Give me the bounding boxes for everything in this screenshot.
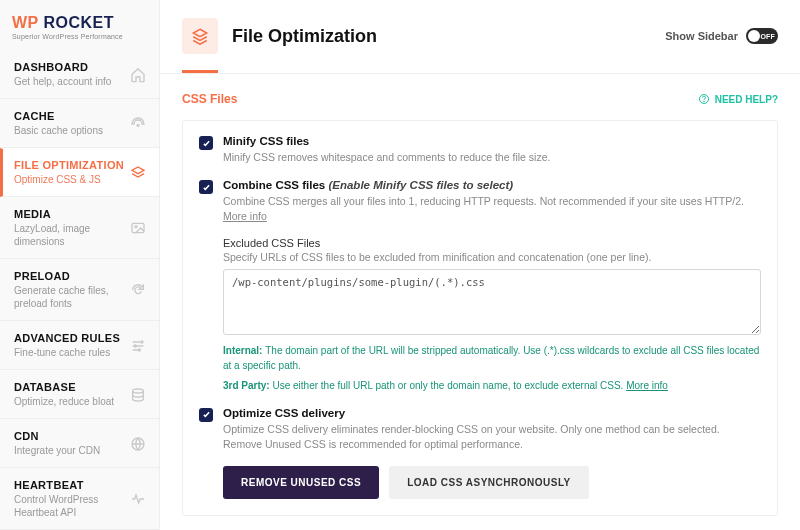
page-header: File Optimization Show Sidebar OFF (160, 0, 800, 54)
home-icon (129, 66, 147, 84)
option-label: Minify CSS files (223, 135, 761, 147)
nav-title: MEDIA (14, 208, 129, 220)
checkbox-combine-css[interactable] (199, 180, 213, 194)
option-desc: Combine CSS merges all your files into 1… (223, 194, 761, 224)
sidebar-item-file-optimization[interactable]: FILE OPTIMIZATION Optimize CSS & JS (0, 148, 159, 197)
sidebar-item-cache[interactable]: CACHE Basic cache options (0, 99, 159, 148)
combine-hint: (Enable Minify CSS files to select) (328, 179, 513, 191)
excluded-css-label: Excluded CSS Files (223, 237, 761, 249)
sidebar-item-preload[interactable]: PRELOAD Generate cache files, preload fo… (0, 259, 159, 321)
svg-point-5 (138, 349, 140, 351)
layers-icon (182, 18, 218, 54)
logo-tagline: Superior WordPress Performance (12, 33, 123, 40)
option-label: Combine CSS files (Enable Minify CSS fil… (223, 179, 761, 191)
sidebar-item-advanced-rules[interactable]: ADVANCED RULES Fine-tune cache rules (0, 321, 159, 370)
option-desc: Minify CSS removes whitespace and commen… (223, 150, 761, 165)
nav-title: CDN (14, 430, 129, 442)
need-help-link[interactable]: NEED HELP? (698, 93, 778, 105)
logo-rocket: ROCKET (38, 14, 114, 31)
sidebar: WP ROCKET Superior WordPress Performance… (0, 0, 160, 530)
svg-point-6 (133, 389, 144, 393)
need-help-label: NEED HELP? (715, 94, 778, 105)
nav-sub: Optimize CSS & JS (14, 173, 129, 186)
checkbox-minify-css[interactable] (199, 136, 213, 150)
section-title: CSS Files (182, 92, 237, 106)
option-label: Optimize CSS delivery (223, 407, 761, 419)
checkbox-optimize-css[interactable] (199, 408, 213, 422)
load-css-async-button[interactable]: LOAD CSS ASYNCHRONOUSLY (389, 466, 589, 499)
refresh-icon (129, 281, 147, 299)
help-icon (698, 93, 710, 105)
note-third-party: 3rd Party: Use either the full URL path … (223, 378, 761, 393)
database-icon (129, 386, 147, 404)
nav-title: DATABASE (14, 381, 129, 393)
brand-logo: WP ROCKET Superior WordPress Performance (0, 0, 159, 50)
nav-title: FILE OPTIMIZATION (14, 159, 129, 171)
nav-sub: Get help, account info (14, 75, 129, 88)
svg-point-9 (703, 101, 704, 102)
nav-sub: LazyLoad, image dimensions (14, 222, 129, 248)
svg-point-2 (135, 226, 137, 228)
excluded-css-textarea[interactable] (223, 269, 761, 335)
layers-icon (129, 164, 147, 182)
css-files-panel: Minify CSS files Minify CSS removes whit… (182, 120, 778, 516)
nav-title: CACHE (14, 110, 129, 122)
page-title: File Optimization (232, 26, 651, 47)
option-combine-css: Combine CSS files (Enable Minify CSS fil… (199, 179, 761, 392)
svg-point-3 (141, 341, 143, 343)
main-panel: File Optimization Show Sidebar OFF CSS F… (160, 0, 800, 530)
more-info-link[interactable]: More info (223, 210, 267, 222)
nav-sub: Integrate your CDN (14, 444, 129, 457)
nav-sub: Control WordPress Heartbeat API (14, 493, 129, 519)
show-sidebar-label: Show Sidebar (665, 30, 738, 42)
nav-sub: Fine-tune cache rules (14, 346, 129, 359)
nav-sub: Generate cache files, preload fonts (14, 284, 129, 310)
sidebar-item-dashboard[interactable]: DASHBOARD Get help, account info (0, 50, 159, 99)
sidebar-item-cdn[interactable]: CDN Integrate your CDN (0, 419, 159, 468)
sliders-icon (129, 337, 147, 355)
image-icon (129, 219, 147, 237)
nav-sub: Basic cache options (14, 124, 129, 137)
gauge-icon (129, 115, 147, 133)
sidebar-item-heartbeat[interactable]: HEARTBEAT Control WordPress Heartbeat AP… (0, 468, 159, 530)
toggle-knob (748, 30, 760, 42)
nav-title: DASHBOARD (14, 61, 129, 73)
heartbeat-icon (129, 490, 147, 508)
content-area: CSS Files NEED HELP? Minify CSS files Mi… (160, 74, 800, 530)
combine-label-text: Combine CSS files (223, 179, 328, 191)
logo-wp: WP (12, 14, 38, 31)
sidebar-item-database[interactable]: DATABASE Optimize, reduce bloat (0, 370, 159, 419)
option-minify-css: Minify CSS files Minify CSS removes whit… (199, 135, 761, 165)
nav-title: PRELOAD (14, 270, 129, 282)
combine-desc-text: Combine CSS merges all your files into 1… (223, 195, 744, 207)
note-internal: Internal: The domain part of the URL wil… (223, 343, 761, 373)
toggle-state: OFF (760, 33, 775, 40)
nav-sub: Optimize, reduce bloat (14, 395, 129, 408)
nav-title: HEARTBEAT (14, 479, 129, 491)
option-optimize-css-delivery: Optimize CSS delivery Optimize CSS deliv… (199, 407, 761, 499)
svg-point-0 (137, 124, 139, 126)
show-sidebar-toggle[interactable]: Show Sidebar OFF (665, 28, 778, 44)
remove-unused-css-button[interactable]: REMOVE UNUSED CSS (223, 466, 379, 499)
globe-icon (129, 435, 147, 453)
excluded-css-desc: Specify URLs of CSS files to be excluded… (223, 251, 761, 263)
option-desc: Optimize CSS delivery eliminates render-… (223, 422, 761, 452)
nav-title: ADVANCED RULES (14, 332, 129, 344)
toggle-switch[interactable]: OFF (746, 28, 778, 44)
more-info-link[interactable]: More info (626, 380, 668, 391)
sidebar-item-media[interactable]: MEDIA LazyLoad, image dimensions (0, 197, 159, 259)
